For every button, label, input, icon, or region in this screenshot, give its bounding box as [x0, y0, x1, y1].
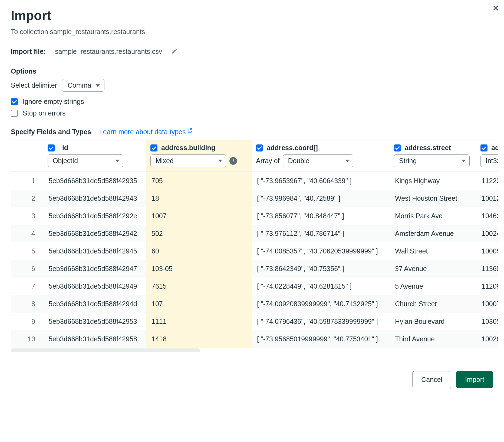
specify-label: Specify Fields and Types: [11, 128, 91, 136]
learn-more-link[interactable]: Learn more about data types: [99, 128, 192, 136]
column-header-street: address.street String: [390, 140, 476, 171]
cell-coord: [ "-73.976112", "40.786714" ]: [252, 225, 390, 242]
cell-street: Amsterdam Avenue: [390, 225, 476, 242]
column-type-select-id[interactable]: ObjectId: [48, 154, 123, 167]
table-row: 35eb3d668b31de5d588f4292e1007[ "-73.8560…: [11, 207, 498, 225]
info-icon[interactable]: i: [229, 157, 237, 165]
cell-coord: [ "-74.0796436", "40.59878339999999" ]: [252, 313, 390, 330]
row-number: 2: [11, 190, 43, 207]
array-of-label: Array of: [256, 157, 280, 165]
cell-id: 5eb3d668b31de5d588f42942: [43, 225, 146, 242]
column-type-select-zip[interactable]: Int32: [480, 154, 498, 167]
chevron-down-icon: [345, 160, 349, 162]
pencil-icon[interactable]: [171, 48, 178, 55]
chevron-down-icon: [95, 84, 100, 87]
horizontal-scrollbar[interactable]: [11, 348, 498, 352]
table-row: 15eb3d668b31de5d588f42935705[ "-73.96539…: [11, 172, 498, 190]
cell-building: 103-05: [146, 260, 252, 278]
cell-street: Hylan Boulevard: [390, 313, 476, 330]
learn-more-text: Learn more about data types: [99, 128, 186, 136]
cell-zip: 10012: [476, 190, 498, 207]
footer-buttons: Cancel Import: [0, 360, 504, 394]
modal-subtitle: To collection sample_restaurants.restaur…: [11, 28, 493, 36]
column-type-value-coord: Double: [288, 157, 309, 165]
cell-zip: 11209: [476, 278, 498, 295]
column-name-zip: ad: [491, 144, 498, 152]
row-number: 7: [11, 278, 43, 295]
horizontal-scrollbar-thumb[interactable]: [11, 348, 200, 352]
cell-id: 5eb3d668b31de5d588f42949: [43, 278, 146, 295]
cell-building: 705: [146, 172, 252, 190]
options-heading: Options: [11, 67, 493, 75]
cell-street: Third Avenue: [390, 330, 476, 348]
ignore-empty-label[interactable]: Ignore empty strings: [23, 98, 84, 105]
cancel-button[interactable]: Cancel: [412, 371, 451, 388]
column-checkbox-street[interactable]: [394, 144, 401, 151]
cell-building: 1007: [146, 207, 252, 225]
cell-street: Kings Highway: [390, 172, 476, 190]
table-row: 75eb3d668b31de5d588f429497615[ "-74.0228…: [11, 278, 498, 295]
table-row: 45eb3d668b31de5d588f42942502[ "-73.97611…: [11, 225, 498, 242]
delimiter-row: Select delimiter Comma: [11, 79, 493, 92]
column-name-street: address.street: [405, 144, 451, 152]
cell-id: 5eb3d668b31de5d588f42958: [43, 330, 146, 348]
column-header-building: address.building Mixed i: [146, 140, 252, 171]
column-type-select-building[interactable]: Mixed: [150, 154, 226, 167]
column-type-select-coord[interactable]: Double: [283, 154, 353, 167]
column-name-building: address.building: [161, 144, 215, 152]
delimiter-label: Select delimiter: [11, 81, 57, 89]
stop-on-errors-label[interactable]: Stop on errors: [23, 109, 65, 117]
ignore-empty-row: Ignore empty strings: [11, 98, 493, 105]
cell-coord: [ "-73.996984", "40.72589" ]: [252, 190, 390, 207]
cell-building: 18: [146, 190, 252, 207]
cell-id: 5eb3d668b31de5d588f42953: [43, 313, 146, 330]
cell-id: 5eb3d668b31de5d588f42935: [43, 172, 146, 190]
cell-zip: 10005: [476, 242, 498, 260]
column-checkbox-coord[interactable]: [256, 144, 263, 151]
column-checkbox-id[interactable]: [48, 144, 55, 151]
cell-street: Wall Street: [390, 242, 476, 260]
table-row: 65eb3d668b31de5d588f42947103-05[ "-73.86…: [11, 260, 498, 278]
cell-building: 107: [146, 295, 252, 313]
cell-id: 5eb3d668b31de5d588f4292e: [43, 207, 146, 225]
delimiter-value: Comma: [68, 81, 91, 89]
import-button[interactable]: Import: [456, 371, 493, 388]
import-file-name: sample_restaurants.restaurants.csv: [55, 48, 162, 55]
chevron-down-icon: [116, 160, 119, 162]
column-header-zip: ad Int32: [476, 140, 498, 171]
external-link-icon: [187, 128, 192, 134]
cell-street: 5 Avenue: [390, 278, 476, 295]
table-row: 105eb3d668b31de5d588f429581418[ "-73.956…: [11, 330, 498, 348]
cell-building: 7615: [146, 278, 252, 295]
cell-id: 5eb3d668b31de5d588f42947: [43, 260, 146, 278]
delimiter-select[interactable]: Comma: [62, 79, 105, 92]
column-name-coord: address.coord[]: [267, 144, 318, 152]
cell-zip: 11223: [476, 172, 498, 190]
cell-coord: [ "-74.0228449", "40.6281815" ]: [252, 278, 390, 295]
table-row: 85eb3d668b31de5d588f4294d107[ "-74.00920…: [11, 295, 498, 313]
column-checkbox-building[interactable]: [150, 144, 157, 151]
cell-street: 37 Avenue: [390, 260, 476, 278]
ignore-empty-checkbox[interactable]: [11, 98, 18, 105]
preview-table: _id ObjectId address.building: [11, 140, 498, 352]
column-type-select-street[interactable]: String: [394, 154, 470, 167]
chevron-down-icon: [218, 160, 222, 162]
stop-on-errors-checkbox[interactable]: [11, 110, 18, 117]
import-modal: × Import To collection sample_restaurant…: [0, 0, 504, 360]
cell-building: 60: [146, 242, 252, 260]
column-type-value-zip: Int32: [486, 157, 498, 165]
row-number: 4: [11, 225, 43, 242]
row-number: 1: [11, 172, 43, 190]
cell-coord: [ "-73.856077", "40.848447" ]: [252, 207, 390, 225]
stop-on-errors-row: Stop on errors: [11, 109, 493, 117]
close-icon[interactable]: ×: [493, 3, 499, 13]
row-number: 6: [11, 260, 43, 278]
cell-coord: [ "-74.0085357", "40.70620539999999" ]: [252, 242, 390, 260]
specify-row: Specify Fields and Types Learn more abou…: [11, 128, 493, 136]
column-header-coord: address.coord[] Array of Double: [252, 140, 390, 171]
column-type-value-building: Mixed: [156, 157, 174, 165]
column-checkbox-zip[interactable]: [480, 144, 487, 151]
table-row: 25eb3d668b31de5d588f4294318[ "-73.996984…: [11, 190, 498, 207]
cell-building: 1111: [146, 313, 252, 330]
cell-id: 5eb3d668b31de5d588f4294d: [43, 295, 146, 313]
